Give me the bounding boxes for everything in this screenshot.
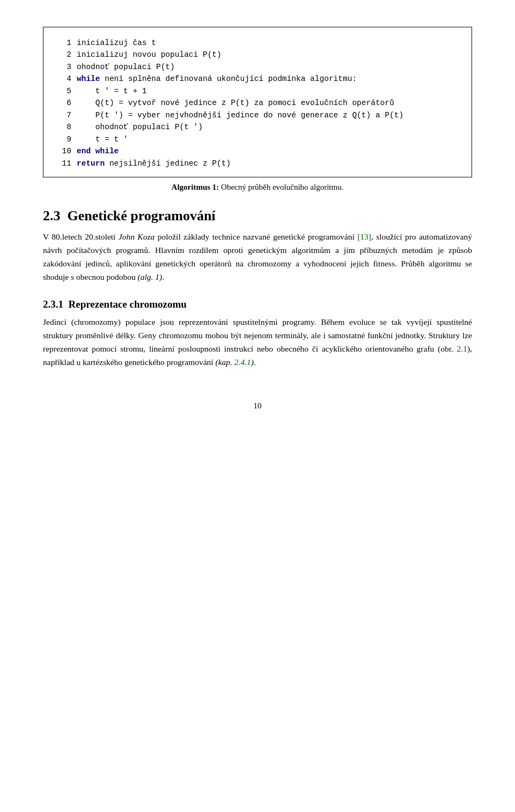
section-heading: 2.3 Genetické programování — [43, 208, 472, 224]
subsection-paragraph: Jedinci (chromozomy) populace jsou repre… — [43, 316, 472, 369]
line-text: ohodnoť populaci P(t ') — [77, 121, 459, 133]
caption-bold: Algoritmus 1: — [172, 183, 219, 191]
page-number: 10 — [43, 401, 472, 411]
code-line-7: 7 P(t ') = vyber nejvhodnější jedince do… — [56, 109, 459, 121]
code-line-6: 6 Q(t) = vytvoř nové jedince z P(t) za p… — [56, 97, 459, 109]
line-number: 6 — [56, 97, 71, 109]
line-number: 2 — [56, 49, 71, 61]
para-period: . — [254, 357, 256, 367]
code-line-11: 11 return nejsilnější jedinec z P(t) — [56, 158, 459, 169]
algorithm-box: 1 inicializuj čas t 2 inicializuj novou … — [43, 27, 472, 177]
line-number: 9 — [56, 133, 71, 145]
code-line-10: 10 end while — [56, 145, 459, 157]
line-text: t ' = t + 1 — [77, 85, 459, 97]
line-text: ohodnoť populaci P(t) — [77, 61, 459, 73]
reference-13[interactable]: [13] — [357, 232, 371, 241]
subsection-title: Reprezentace chromozomu — [69, 299, 187, 310]
code-line-4: 4 while není splněna definovaná ukončují… — [56, 73, 459, 85]
ref-obr-2-1[interactable]: 2.1 — [457, 344, 467, 353]
line-number: 4 — [56, 73, 71, 85]
line-text: inicializuj novou populaci P(t) — [77, 49, 459, 61]
keyword-end-while: end while — [77, 147, 119, 155]
intro-end: . — [162, 272, 164, 281]
line-number: 10 — [56, 145, 71, 157]
line-number: 7 — [56, 109, 71, 121]
line-text: t = t ' — [77, 133, 459, 145]
line-text: Q(t) = vytvoř nové jedince z P(t) za pom… — [77, 97, 459, 109]
subsection-number: 2.3.1 — [43, 299, 63, 310]
intro-italic-name: John Koza — [119, 232, 154, 241]
code-line-2: 2 inicializuj novou populaci P(t) — [56, 49, 459, 61]
chapter-ref-link[interactable]: 2.4.1 — [234, 357, 251, 367]
line-number: 3 — [56, 61, 71, 73]
section-title: Genetické programování — [68, 208, 216, 224]
intro-text-main: položil základy technice nazvané genetic… — [154, 232, 357, 241]
line-text: return nejsilnější jedinec z P(t) — [77, 158, 459, 169]
code-line-5: 5 t ' = t + 1 — [56, 85, 459, 97]
code-line-9: 9 t = t ' — [56, 133, 459, 145]
intro-text-before: V 80.letech 20.století — [43, 232, 119, 241]
keyword-while: while — [77, 75, 100, 83]
line-number: 11 — [56, 158, 71, 169]
line-number: 5 — [56, 85, 71, 97]
algo-ref: (alg. 1) — [138, 272, 163, 281]
section-number: 2.3 — [43, 208, 61, 224]
caption-text: Obecný průběh evolučního algoritmu. — [219, 183, 343, 191]
keyword-return: return — [77, 159, 105, 168]
code-line-8: 8 ohodnoť populaci P(t ') — [56, 121, 459, 133]
para-text-main: Jedinci (chromozomy) populace jsou repre… — [43, 317, 472, 353]
algorithm-code: 1 inicializuj čas t 2 inicializuj novou … — [56, 37, 459, 169]
line-text: end while — [77, 145, 459, 157]
line-text: inicializuj čas t — [77, 37, 459, 49]
line-number: 8 — [56, 121, 71, 133]
line-number: 1 — [56, 37, 71, 49]
line-text: while není splněna definovaná ukončující… — [77, 73, 459, 85]
intro-paragraph: V 80.letech 20.století John Koza položil… — [43, 230, 472, 284]
line-text: P(t ') = vyber nejvhodnější jedince do n… — [77, 109, 459, 121]
algorithm-caption: Algoritmus 1: Obecný průběh evolučního a… — [43, 183, 472, 192]
code-line-1: 1 inicializuj čas t — [56, 37, 459, 49]
code-line-3: 3 ohodnoť populaci P(t) — [56, 61, 459, 73]
subsection-heading: 2.3.1 Reprezentace chromozomu — [43, 299, 472, 310]
chapter-ref: (kap. — [216, 357, 234, 367]
